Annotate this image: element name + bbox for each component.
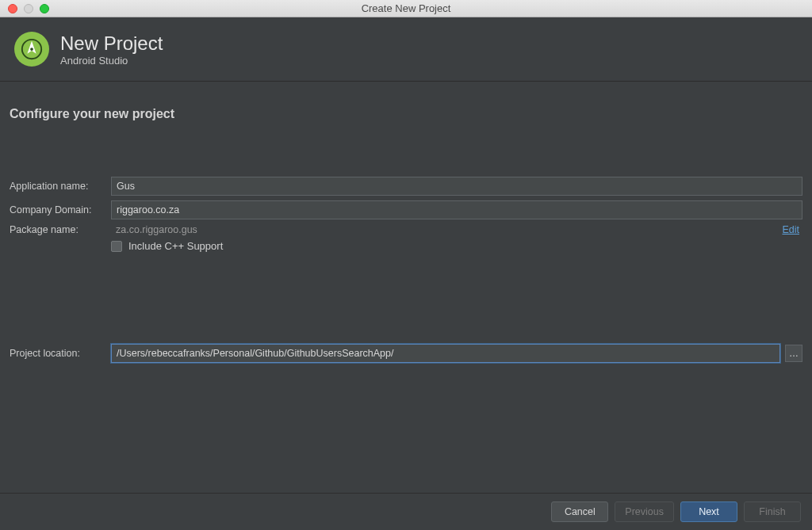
cpp-support-row: Include C++ Support — [10, 240, 802, 252]
android-studio-logo-icon — [14, 32, 49, 67]
browse-location-button[interactable]: … — [785, 345, 802, 362]
close-window-icon[interactable] — [8, 4, 17, 13]
next-button[interactable]: Next — [680, 501, 737, 522]
project-location-row: Project location: … — [10, 344, 802, 363]
package-name-row: Package name: za.co.riggaroo.gus Edit — [10, 224, 802, 235]
checkbox-box-icon — [111, 241, 122, 252]
cancel-button[interactable]: Cancel — [551, 501, 608, 522]
include-cpp-checkbox[interactable]: Include C++ Support — [111, 240, 223, 252]
window-controls — [0, 4, 49, 13]
company-domain-row: Company Domain: — [10, 200, 802, 219]
include-cpp-label: Include C++ Support — [128, 240, 223, 252]
company-domain-label: Company Domain: — [10, 204, 111, 215]
minimize-window-icon — [24, 4, 33, 13]
form-spacer — [10, 257, 802, 344]
wizard-footer: Cancel Previous Next Finish — [0, 493, 812, 522]
wizard-page: Configure your new project Application n… — [0, 82, 812, 363]
wizard-banner: New Project Android Studio — [0, 17, 812, 82]
project-location-input[interactable] — [111, 344, 780, 363]
banner-title: New Project — [60, 32, 163, 55]
compass-icon — [20, 37, 44, 61]
previous-button: Previous — [615, 501, 674, 522]
banner-subtitle: Android Studio — [60, 55, 163, 67]
edit-package-name-link[interactable]: Edit — [782, 224, 802, 235]
package-name-value: za.co.riggaroo.gus — [111, 224, 776, 235]
project-location-label: Project location: — [10, 348, 111, 359]
titlebar: Create New Project — [0, 0, 812, 17]
window-title: Create New Project — [0, 2, 812, 14]
application-name-row: Application name: — [10, 177, 802, 196]
finish-button: Finish — [744, 501, 801, 522]
section-heading: Configure your new project — [0, 82, 812, 121]
banner-text: New Project Android Studio — [60, 32, 163, 67]
application-name-label: Application name: — [10, 181, 111, 192]
form-area: Application name: Company Domain: Packag… — [0, 121, 812, 363]
zoom-window-icon[interactable] — [40, 4, 49, 13]
company-domain-input[interactable] — [111, 200, 802, 219]
package-name-label: Package name: — [10, 224, 111, 235]
application-name-input[interactable] — [111, 177, 802, 196]
svg-point-1 — [30, 48, 33, 51]
